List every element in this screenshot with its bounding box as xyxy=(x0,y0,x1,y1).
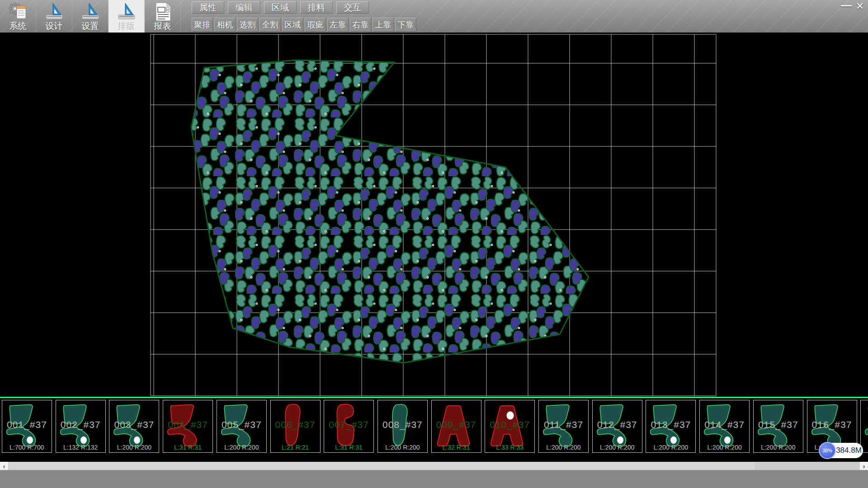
filmstrip-item[interactable]: 006_#37L:21 R:21 xyxy=(270,400,321,453)
minimize-button[interactable]: — xyxy=(839,2,854,12)
piece-thumbnail xyxy=(109,400,159,452)
menu-bar: 属性编辑区域排料交互 xyxy=(192,1,369,14)
app-window: 系统设计设置排版报表 属性编辑区域排料交互 聚排相机选割全割区域瑕疵左靠右靠上靠… xyxy=(0,0,868,488)
piece-thumbnail xyxy=(2,400,52,452)
piece-thumbnail xyxy=(646,400,695,452)
tool-snap-top[interactable]: 上靠 xyxy=(373,18,394,32)
filmstrip-item[interactable]: 013_#37L:200 R:200 xyxy=(646,400,696,453)
nesting-canvas[interactable] xyxy=(0,33,868,397)
filmstrip-item[interactable]: 002_#37L:132 R:132 xyxy=(56,400,106,453)
app-nav-system[interactable]: 系统 xyxy=(0,0,36,33)
filmstrip-item[interactable]: 014_#37L:200 R:200 xyxy=(699,400,750,453)
app-nav-label: 设计 xyxy=(36,20,72,32)
toolbar: 系统设计设置排版报表 属性编辑区域排料交互 聚排相机选割全割区域瑕疵左靠右靠上靠… xyxy=(0,0,868,33)
filmstrip-item[interactable]: 003_#37L:200 R:200 xyxy=(109,400,159,453)
piece-thumbnail xyxy=(56,400,105,452)
piece-thumbnail xyxy=(593,400,642,452)
app-nav-label: 系统 xyxy=(0,20,36,32)
tool-bar: 聚排相机选割全割区域瑕疵左靠右靠上靠下靠 xyxy=(192,18,416,32)
filmstrip-item[interactable]: 007_#37L:31 R:31 xyxy=(324,400,374,453)
piece-thumbnail xyxy=(754,400,803,452)
scroll-right-button[interactable]: › xyxy=(860,462,868,470)
piece-thumbnail xyxy=(163,400,212,452)
menu-nesting[interactable]: 排料 xyxy=(300,1,333,14)
app-nav-label: 报表 xyxy=(145,20,180,32)
app-nav-label: 设置 xyxy=(72,20,108,32)
filmstrip-item[interactable]: 015_#37L:200 R:200 xyxy=(753,400,803,453)
filmstrip-item[interactable]: 004_#37L:31 R:31 xyxy=(163,400,213,453)
piece-thumbnail xyxy=(324,400,373,452)
menu-properties[interactable]: 属性 xyxy=(192,1,224,14)
tool-select-cut[interactable]: 选割 xyxy=(237,18,258,32)
status-bar xyxy=(0,470,868,488)
hide-outline[interactable] xyxy=(191,60,589,363)
app-nav-design[interactable]: 设计 xyxy=(36,0,72,33)
scroll-left-button[interactable]: ‹ xyxy=(0,462,8,470)
piece-thumbnail xyxy=(271,400,320,452)
piece-thumbnail xyxy=(378,400,427,452)
piece-thumbnail xyxy=(539,400,588,452)
tool-defect[interactable]: 瑕疵 xyxy=(305,18,326,32)
tool-snap-left[interactable]: 左靠 xyxy=(327,18,349,32)
filmstrip-item[interactable]: 008_#37L:200 R:200 xyxy=(377,400,428,453)
piece-thumbnail xyxy=(485,400,534,452)
menu-interact[interactable]: 交互 xyxy=(336,1,369,14)
piece-thumbnail xyxy=(217,400,266,452)
filmstrip-item[interactable]: 001_#37L:700 R:700 xyxy=(2,400,52,453)
app-nav-label: 排版 xyxy=(108,20,144,32)
filmstrip-item[interactable]: 0L: xyxy=(860,400,868,453)
canvas-svg xyxy=(0,33,868,397)
tool-snap-right[interactable]: 右靠 xyxy=(350,18,371,32)
tool-camera[interactable]: 相机 xyxy=(214,18,236,32)
filmstrip-accent-line xyxy=(0,397,868,398)
tool-snap-bottom[interactable]: 下靠 xyxy=(395,18,416,32)
tool-region[interactable]: 区域 xyxy=(282,18,303,32)
menu-edit[interactable]: 编辑 xyxy=(228,1,260,14)
memory-badge[interactable]: 38% 384.8M xyxy=(819,443,863,458)
memory-value: 384.8M xyxy=(837,443,860,458)
filmstrip-item[interactable]: 012_#37L:200 R:200 xyxy=(592,400,642,453)
menu-region[interactable]: 区域 xyxy=(264,1,297,14)
app-nav-report[interactable]: 报表 xyxy=(145,0,181,33)
piece-thumbnail xyxy=(700,400,749,452)
memory-percent-badge: 38% xyxy=(819,442,836,459)
horizontal-scrollbar[interactable]: ‹ › xyxy=(0,462,868,470)
tool-cluster-nest[interactable]: 聚排 xyxy=(192,18,213,32)
piece-thumbnail xyxy=(861,400,868,452)
piece-filmstrip: 001_#37L:700 R:700002_#37L:132 R:132003_… xyxy=(0,397,868,462)
close-button[interactable]: ✕ xyxy=(854,1,866,12)
filmstrip-item[interactable]: 005_#37L:200 R:200 xyxy=(217,400,267,453)
scrollbar-thumb[interactable] xyxy=(9,462,755,469)
piece-thumbnail xyxy=(432,400,481,452)
filmstrip-item[interactable]: 010_#37L:33 R:33 xyxy=(485,400,535,453)
tool-cut-all[interactable]: 全割 xyxy=(259,18,281,32)
app-nav-layout[interactable]: 排版 xyxy=(108,0,145,33)
app-nav-settings[interactable]: 设置 xyxy=(72,0,108,33)
filmstrip-item[interactable]: 009_#37L:32 R:31 xyxy=(431,400,481,453)
filmstrip-item[interactable]: 011_#37L:200 R:200 xyxy=(538,400,589,453)
